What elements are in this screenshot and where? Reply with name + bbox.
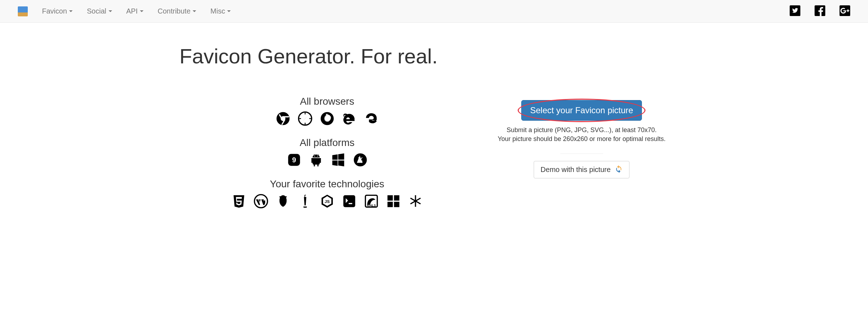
caret-down-icon (69, 10, 73, 12)
demo-button-label: Demo with this picture (540, 166, 611, 174)
demo-button[interactable]: Demo with this picture (534, 161, 629, 178)
page-title: Favicon Generator. For real. (179, 44, 689, 68)
macos-icon: X (353, 153, 367, 168)
platforms-icons: 9 X (179, 153, 475, 168)
html5-icon (232, 194, 246, 210)
svg-point-13 (254, 195, 267, 208)
upload-hint-2: Your picture should be 260x260 or more f… (498, 135, 666, 143)
browsers-icons (179, 111, 475, 127)
social-icons (790, 5, 850, 17)
technologies-icons: JS RAILS (179, 194, 475, 210)
asterisk-icon (408, 194, 423, 210)
grunt-icon (276, 194, 290, 210)
svg-rect-18 (387, 195, 393, 200)
svg-text:X: X (357, 156, 362, 165)
select-picture-button[interactable]: Select your Favicon picture (521, 100, 642, 121)
svg-text:JS: JS (325, 199, 330, 204)
edge-icon (364, 111, 378, 127)
gulp-icon (298, 194, 312, 210)
left-column: All browsers All platforms 9 X Your favo… (179, 86, 475, 213)
nav-label: Misc (210, 7, 225, 15)
refresh-icon (615, 165, 623, 174)
chrome-icon (276, 111, 290, 127)
right-column: Select your Favicon picture Submit a pic… (475, 86, 689, 213)
nav-label: Contribute (158, 7, 190, 15)
svg-rect-21 (394, 202, 399, 207)
svg-text:RAILS: RAILS (367, 204, 376, 207)
safari-icon (298, 111, 312, 127)
ie-icon (342, 111, 356, 127)
nav-label: Social (87, 7, 106, 15)
ios-icon: 9 (287, 153, 301, 168)
section-title-platforms: All platforms (179, 137, 475, 148)
caret-down-icon (193, 10, 196, 12)
svg-text:9: 9 (292, 156, 296, 164)
upload-hint-1: Submit a picture (PNG, JPG, SVG...), at … (507, 126, 657, 134)
nav-item-misc[interactable]: Misc (210, 7, 231, 15)
svg-point-10 (317, 156, 318, 156)
nav-label: Favicon (42, 7, 67, 15)
divider (560, 153, 603, 154)
nav-item-api[interactable]: API (126, 7, 143, 15)
svg-rect-15 (343, 195, 355, 207)
windows-icon (331, 153, 345, 168)
brand-logo[interactable] (18, 6, 28, 16)
main-container: Favicon Generator. For real. All browser… (172, 44, 696, 213)
svg-rect-19 (394, 195, 399, 200)
facebook-icon[interactable] (815, 5, 825, 17)
nav-item-favicon[interactable]: Favicon (42, 7, 73, 15)
main-row: All browsers All platforms 9 X Your favo… (179, 86, 689, 213)
svg-point-9 (314, 156, 315, 156)
caret-down-icon (140, 10, 143, 12)
firefox-icon (320, 111, 334, 127)
google-plus-icon[interactable] (840, 5, 850, 17)
twitter-icon[interactable] (790, 5, 800, 17)
wordpress-icon (254, 194, 268, 210)
svg-rect-20 (387, 202, 393, 207)
nav-items: Favicon Social API Contribute Misc (42, 7, 790, 15)
nodejs-icon: JS (320, 194, 334, 210)
navbar: Favicon Social API Contribute Misc (0, 0, 868, 23)
section-title-browsers: All browsers (179, 96, 475, 107)
nav-item-social[interactable]: Social (87, 7, 112, 15)
nav-label: API (126, 7, 138, 15)
caret-down-icon (109, 10, 112, 12)
microsoft-icon (386, 194, 401, 210)
rails-icon: RAILS (364, 194, 378, 210)
caret-down-icon (227, 10, 231, 12)
section-title-technologies: Your favorite technologies (179, 178, 475, 190)
android-icon (309, 153, 323, 168)
select-picture-wrap: Select your Favicon picture (521, 100, 642, 121)
cli-icon (342, 194, 356, 210)
nav-item-contribute[interactable]: Contribute (158, 7, 196, 15)
